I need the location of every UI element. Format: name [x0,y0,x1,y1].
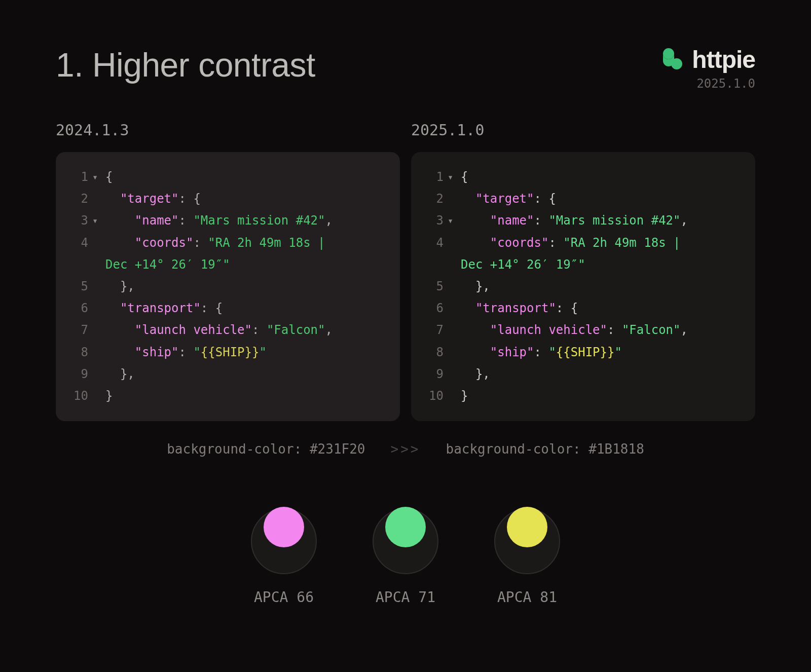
left-caption: background-color: #231F20 [167,441,365,457]
line-number: 2 [422,188,444,210]
line-number: 8 [67,342,88,363]
code-line: 6 "transport": { [67,297,386,319]
fold-icon[interactable] [449,385,461,391]
line-number: 9 [67,363,88,385]
line-number: 5 [67,276,88,297]
fold-icon[interactable] [449,297,461,304]
line-number: 1 [67,166,88,188]
brand-version: 2025.1.0 [696,77,755,91]
svg-point-0 [663,48,674,59]
swatch-color-disc [507,507,547,547]
fold-icon[interactable] [93,342,105,348]
code-line: 9 }, [67,363,386,385]
apca-swatch: APCA 66 [251,505,317,606]
code-line: 4 "coords": "RA 2h 49m 18s | [422,232,741,254]
svg-point-1 [671,58,682,69]
code-panel-new: 1▼{2 "target": {3▼ "name": "Mars mission… [411,152,755,421]
line-number: 2 [67,188,88,210]
fold-icon[interactable] [449,188,461,194]
swatch-label: APCA 71 [376,589,435,606]
code-line: 8 "ship": "{{SHIP}}" [67,342,386,363]
line-number: 1 [422,166,444,188]
fold-icon[interactable] [93,385,105,391]
apca-swatches: APCA 66APCA 71APCA 81 [56,505,755,606]
code-line: 4 "coords": "RA 2h 49m 18s | [67,232,386,254]
code-panel-old: 1▼{2 "target": {3▼ "name": "Mars mission… [56,152,400,421]
code-line: 1▼{ [422,166,741,188]
line-number: 10 [422,385,444,407]
fold-icon[interactable] [449,363,461,369]
swatch-label: APCA 66 [254,589,314,606]
swatch-label: APCA 81 [497,589,557,606]
fold-icon[interactable] [93,232,105,238]
line-number: 6 [67,297,88,319]
fold-icon[interactable]: ▼ [449,166,461,183]
code-line: 5 }, [67,276,386,297]
fold-icon[interactable] [93,363,105,369]
code-line: 1▼{ [67,166,386,188]
line-number: 8 [422,342,444,363]
code-line: Dec +14° 26′ 19″" [67,254,386,276]
right-caption: background-color: #1B1818 [446,441,644,457]
line-number: 4 [67,232,88,254]
code-line: Dec +14° 26′ 19″" [422,254,741,276]
line-number: 3 [67,210,88,232]
code-line: 2 "target": { [422,188,741,210]
code-line: 7 "launch vehicle": "Falcon", [422,319,741,341]
swatch-color-disc [385,507,426,547]
fold-icon[interactable] [449,319,461,325]
brand-name: httpie [692,46,755,73]
apca-swatch: APCA 71 [373,505,438,606]
line-number: 5 [422,276,444,297]
fold-icon[interactable]: ▼ [449,210,461,227]
separator: >>> [391,441,421,457]
fold-icon[interactable] [449,276,461,282]
fold-icon[interactable] [449,232,461,238]
code-line: 10} [67,385,386,407]
fold-icon[interactable] [93,188,105,194]
fold-icon[interactable] [93,297,105,304]
fold-icon[interactable]: ▼ [93,210,105,227]
line-number: 9 [422,363,444,385]
code-line: 2 "target": { [67,188,386,210]
code-line: 5 }, [422,276,741,297]
right-version-label: 2025.1.0 [411,121,755,139]
brand: httpie 2025.1.0 [660,46,755,91]
swatch-color-disc [264,507,304,547]
code-line: 3▼ "name": "Mars mission #42", [67,210,386,232]
fold-icon[interactable]: ▼ [93,166,105,183]
fold-icon[interactable] [449,342,461,348]
line-number: 10 [67,385,88,407]
brand-logo-icon [660,47,685,73]
line-number: 4 [422,232,444,254]
code-line: 10} [422,385,741,407]
fold-icon[interactable] [93,319,105,325]
code-line: 9 }, [422,363,741,385]
left-version-label: 2024.1.3 [56,121,400,139]
code-line: 6 "transport": { [422,297,741,319]
line-number: 7 [67,319,88,341]
code-line: 3▼ "name": "Mars mission #42", [422,210,741,232]
line-number: 3 [422,210,444,232]
line-number: 7 [422,319,444,341]
fold-icon[interactable] [93,276,105,282]
code-line: 7 "launch vehicle": "Falcon", [67,319,386,341]
code-line: 8 "ship": "{{SHIP}}" [422,342,741,363]
line-number: 6 [422,297,444,319]
apca-swatch: APCA 81 [494,505,560,606]
page-title: 1. Higher contrast [56,46,315,84]
